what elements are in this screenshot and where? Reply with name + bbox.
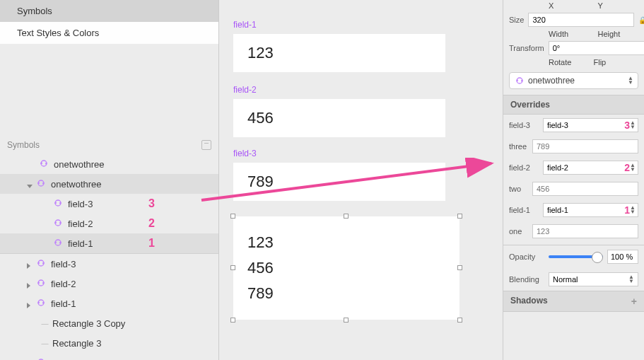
tab-text-styles[interactable]: Text Styles & Colors <box>0 22 218 44</box>
layer-label: field-3 <box>68 199 93 209</box>
layer-row[interactable]: —Rectangle 3 <box>0 333 218 353</box>
symbol-icon <box>37 279 47 289</box>
layers-sidebar: Symbols Text Styles & Colors Symbols one… <box>0 0 219 360</box>
annotation-number: 1 <box>148 237 155 250</box>
layer-row[interactable]: field-2 <box>0 274 218 294</box>
canvas[interactable]: field-1 123 field-2 456 field-3 789 123 … <box>219 0 502 360</box>
artboard-label: field-2 <box>233 85 445 95</box>
disclosure-triangle-icon[interactable] <box>27 180 34 187</box>
size-label: Size <box>509 16 524 24</box>
override-row: two <box>503 178 644 199</box>
symbol-icon <box>54 199 64 209</box>
height-sublabel: Height <box>598 30 639 38</box>
override-input[interactable] <box>532 139 638 153</box>
layer-row[interactable]: field-22 <box>0 214 218 233</box>
artboard-field-1: field-1 123 <box>233 20 445 72</box>
shape-icon: — <box>40 318 49 328</box>
layer-row[interactable]: —Rectangle 3 Copy <box>0 313 218 333</box>
tab-symbols[interactable]: Symbols <box>0 0 218 22</box>
rotate-input[interactable] <box>549 41 644 55</box>
width-input[interactable] <box>528 13 634 27</box>
annotation-number: 1 <box>624 204 630 216</box>
symbols-section-title: Symbols <box>7 140 40 150</box>
symbol-icon <box>515 76 524 85</box>
layer-label: onetwothree <box>54 159 105 170</box>
layer-row[interactable]: onetwothree <box>0 174 218 194</box>
layer-row[interactable]: field-11 <box>0 233 218 253</box>
layer-row[interactable]: field-3 <box>0 254 218 274</box>
override-label: three <box>509 142 528 151</box>
layer-row[interactable]: onetwothree <box>0 154 218 174</box>
overrides-list: field-3field-3▲▼3threefield-2field-2▲▼2t… <box>503 115 644 242</box>
override-label: one <box>509 227 528 236</box>
override-input[interactable] <box>532 224 638 238</box>
override-row: field-2field-2▲▼2 <box>503 157 644 178</box>
overrides-section-title: Overrides <box>503 95 644 115</box>
selected-symbol-instance[interactable]: 123 456 789 <box>233 216 459 320</box>
symbol-picker[interactable]: onetwothree ▲▼ <box>509 72 638 89</box>
override-label: field-3 <box>509 121 539 129</box>
resize-handle[interactable] <box>230 214 235 219</box>
disclosure-triangle-icon[interactable] <box>41 200 51 207</box>
symbol-name: onetwothree <box>528 76 575 86</box>
disclosure-triangle-icon[interactable] <box>27 339 37 347</box>
layer-label: field-3 <box>51 259 76 269</box>
add-shadow-button[interactable]: + <box>631 296 637 307</box>
resize-handle[interactable] <box>230 265 235 270</box>
override-label: two <box>509 185 528 193</box>
symbol-icon <box>54 238 64 248</box>
collapse-icon[interactable] <box>201 140 211 150</box>
artboard-value: 123 <box>233 34 445 72</box>
layer-tree: onetwothreeonetwothreefield-33field-22fi… <box>0 154 218 360</box>
instance-value: 123 <box>247 233 445 252</box>
inspector-panel: X Y Size 🔒 Width Height Transform Rotate… <box>503 0 644 360</box>
instance-value: 789 <box>247 284 445 303</box>
chevron-updown-icon: ▲▼ <box>628 76 633 85</box>
symbol-icon <box>40 159 49 169</box>
shape-icon: — <box>40 338 49 348</box>
blending-select[interactable]: Normal <box>549 272 638 286</box>
symbol-icon <box>37 179 47 189</box>
override-input[interactable] <box>532 182 638 196</box>
artboard-value: 789 <box>233 163 445 201</box>
layer-label: onetwothree <box>51 179 102 190</box>
layer-row[interactable]: field-33 <box>0 194 218 214</box>
resize-handle[interactable] <box>457 318 462 323</box>
resize-handle[interactable] <box>457 265 462 270</box>
override-row: one <box>503 221 644 242</box>
annotation-number: 3 <box>624 120 630 131</box>
opacity-label: Opacity <box>509 252 544 261</box>
override-label: field-2 <box>509 163 539 172</box>
layer-row[interactable]: field-1 <box>0 294 218 313</box>
resize-handle[interactable] <box>344 318 349 323</box>
layer-label: Rectangle 3 <box>52 338 101 349</box>
disclosure-triangle-icon[interactable] <box>27 320 37 327</box>
annotation-number: 2 <box>148 217 155 230</box>
override-row: field-1field-1▲▼1 <box>503 199 644 221</box>
layer-label: field-2 <box>51 279 76 289</box>
layer-row[interactable]: icon/check-10% <box>0 353 218 360</box>
symbol-icon <box>37 259 47 269</box>
resize-handle[interactable] <box>344 214 349 219</box>
disclosure-triangle-icon[interactable] <box>27 300 34 307</box>
annotation-number: 3 <box>148 197 155 210</box>
resize-handle[interactable] <box>230 318 235 323</box>
disclosure-triangle-icon[interactable] <box>41 220 51 227</box>
lock-icon[interactable]: 🔒 <box>638 16 644 24</box>
override-label: field-1 <box>509 206 539 214</box>
disclosure-triangle-icon[interactable] <box>41 240 51 247</box>
y-label: Y <box>598 1 639 10</box>
artboard-field-2: field-2 456 <box>233 85 445 137</box>
rotate-sublabel: Rotate <box>549 58 594 66</box>
flip-sublabel: Flip <box>594 58 639 66</box>
opacity-slider[interactable] <box>549 255 603 258</box>
disclosure-triangle-icon[interactable] <box>27 161 37 168</box>
artboard-value: 456 <box>233 99 445 137</box>
disclosure-triangle-icon[interactable] <box>27 280 34 287</box>
instance-value: 456 <box>247 259 445 277</box>
opacity-value-input[interactable] <box>607 250 638 264</box>
artboard-label: field-3 <box>233 149 445 158</box>
disclosure-triangle-icon[interactable] <box>27 260 34 267</box>
resize-handle[interactable] <box>457 214 462 219</box>
shadows-section-title: Shadows + <box>503 291 644 312</box>
